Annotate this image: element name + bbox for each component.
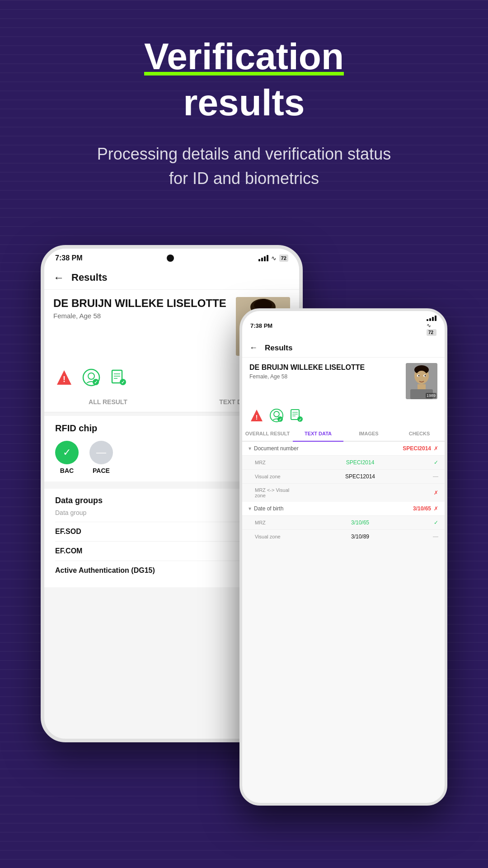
back-app-title: Results bbox=[71, 272, 107, 283]
camera-dot bbox=[167, 255, 174, 262]
header-description: Processing details and verification stat… bbox=[86, 142, 402, 191]
status-icons: ∿ 72 bbox=[258, 255, 288, 262]
doc-number-section-header: ▾ Document number SPECI2014 ✗ bbox=[242, 442, 445, 455]
front-face-verify-icon: ✓ bbox=[269, 408, 284, 423]
doc-cross-row: MRZ <-> Visual zone ✗ bbox=[242, 483, 445, 502]
tab-overall-result[interactable]: OVERALL RESULT bbox=[242, 426, 293, 442]
title-part2: results bbox=[36, 81, 452, 124]
front-wifi-icon: ∿ bbox=[427, 322, 431, 329]
dob-visual-status: — bbox=[429, 533, 438, 540]
dob-mrz-value: 3/10/65 bbox=[291, 519, 429, 526]
back-time: 7:38 PM bbox=[55, 254, 82, 262]
mrz-label-1: MRZ bbox=[255, 460, 291, 465]
page-title: Verification bbox=[36, 36, 452, 77]
svg-text:!: ! bbox=[256, 414, 258, 421]
dob-chevron: ▾ bbox=[249, 505, 251, 512]
front-time: 7:38 PM bbox=[250, 322, 272, 329]
photo-year: 1989 bbox=[426, 393, 436, 398]
front-tabs: OVERALL RESULT TEXT DATA IMAGES CHECKS bbox=[242, 426, 445, 442]
pace-status-circle: — bbox=[89, 441, 113, 464]
back-person-name: DE BRUIJN WILLEKE LISELOTTE bbox=[53, 297, 230, 310]
svg-point-38 bbox=[274, 411, 279, 417]
svg-text:✓: ✓ bbox=[94, 380, 98, 385]
front-person-photo: 1989 bbox=[406, 363, 437, 399]
visual-label-1: Visual zone bbox=[255, 474, 291, 479]
doc-number-status: ✗ bbox=[434, 445, 438, 452]
bac-label: BAC bbox=[60, 467, 74, 474]
svg-rect-33 bbox=[418, 384, 426, 390]
front-person-info: DE BRUIJN WILLEKE LISELOTTE Female, Age … bbox=[249, 363, 401, 380]
tab-text-data[interactable]: TEXT DATA bbox=[293, 426, 343, 442]
back-app-bar: ← Results bbox=[44, 266, 299, 290]
tab-all-result[interactable]: ALL RESULT bbox=[44, 392, 172, 412]
doc-visual-row: Visual zone SPEC12014 — bbox=[242, 469, 445, 483]
tab-images[interactable]: IMAGES bbox=[343, 426, 394, 442]
dob-mrz-status: ✓ bbox=[429, 519, 438, 526]
front-verif-icons: ! ✓ ✓ bbox=[242, 405, 445, 426]
bac-chip: ✓ BAC bbox=[55, 441, 79, 474]
back-status-bar: 7:38 PM ∿ 72 bbox=[44, 249, 299, 266]
mrz-status-1: ✓ bbox=[429, 459, 438, 466]
front-alert-icon: ! bbox=[249, 408, 264, 423]
svg-point-32 bbox=[425, 375, 426, 377]
battery-icon: 72 bbox=[279, 255, 288, 262]
dob-mrz-label: MRZ bbox=[255, 520, 291, 525]
dob-mrz-row: MRZ 3/10/65 ✓ bbox=[242, 515, 445, 529]
mrz-value-1: SPECI2014 bbox=[291, 459, 429, 466]
alert-icon: ! bbox=[55, 368, 73, 387]
front-signal-icon bbox=[427, 316, 436, 321]
dob-visual-value: 3/10/89 bbox=[291, 533, 429, 540]
pace-label: PACE bbox=[93, 467, 110, 474]
title-part1: Verification bbox=[144, 36, 344, 77]
svg-point-16 bbox=[88, 373, 94, 379]
back-button[interactable]: ← bbox=[53, 271, 64, 284]
front-person-details: Female, Age 58 bbox=[249, 373, 401, 380]
front-app-bar: ← Results bbox=[242, 339, 445, 358]
doc-number-label: Document number bbox=[254, 445, 403, 452]
pace-chip: — PACE bbox=[89, 441, 113, 474]
phone-front: 7:38 PM ∿ 72 ← Results DE BRU bbox=[239, 308, 447, 806]
svg-text:✓: ✓ bbox=[299, 418, 302, 422]
back-person-info: DE BRUIJN WILLEKE LISELOTTE Female, Age … bbox=[53, 297, 230, 320]
front-person-section: DE BRUIJN WILLEKE LISELOTTE Female, Age … bbox=[242, 358, 445, 405]
front-back-button[interactable]: ← bbox=[249, 343, 258, 353]
phones-container: 7:38 PM ∿ 72 ← Results bbox=[41, 245, 447, 824]
dob-value: 3/10/65 bbox=[413, 505, 431, 512]
dob-label: Date of birth bbox=[254, 505, 413, 512]
dob-visual-label: Visual zone bbox=[255, 534, 291, 539]
bac-status-circle: ✓ bbox=[55, 441, 79, 464]
cross-label-1: MRZ <-> Visual zone bbox=[255, 487, 291, 498]
svg-point-12 bbox=[259, 299, 268, 308]
svg-text:!: ! bbox=[63, 375, 66, 384]
visual-status-1: — bbox=[429, 473, 438, 480]
cross-status-1: ✗ bbox=[429, 490, 438, 496]
dob-visual-row: Visual zone 3/10/89 — bbox=[242, 529, 445, 543]
front-status-icons: ∿ 72 bbox=[427, 316, 436, 336]
wifi-icon: ∿ bbox=[271, 255, 277, 262]
doc-mrz-row: MRZ SPECI2014 ✓ bbox=[242, 455, 445, 469]
doc-number-value: SPECI2014 bbox=[403, 445, 431, 452]
front-battery-icon: 72 bbox=[427, 329, 436, 336]
front-app-title: Results bbox=[265, 344, 292, 353]
visual-value-1: SPEC12014 bbox=[291, 473, 429, 480]
front-status-bar: 7:38 PM ∿ 72 bbox=[242, 311, 445, 339]
doc-verify-icon: ✓ bbox=[109, 368, 127, 387]
svg-text:✓: ✓ bbox=[279, 418, 282, 422]
back-person-details: Female, Age 58 bbox=[53, 312, 230, 320]
face-verify-icon: ✓ bbox=[82, 368, 100, 387]
front-doc-verify-icon: ✓ bbox=[289, 408, 304, 423]
front-person-name: DE BRUIJN WILLEKE LISELOTTE bbox=[249, 363, 401, 372]
doc-number-chevron: ▾ bbox=[249, 445, 251, 452]
header-section: Verification results Processing details … bbox=[0, 0, 488, 218]
svg-point-30 bbox=[418, 375, 420, 377]
svg-text:✓: ✓ bbox=[121, 380, 125, 385]
signal-icon bbox=[258, 255, 268, 261]
tab-checks[interactable]: CHECKS bbox=[394, 426, 445, 442]
dob-section-header: ▾ Date of birth 3/10/65 ✗ bbox=[242, 502, 445, 515]
dob-status: ✗ bbox=[434, 505, 438, 512]
